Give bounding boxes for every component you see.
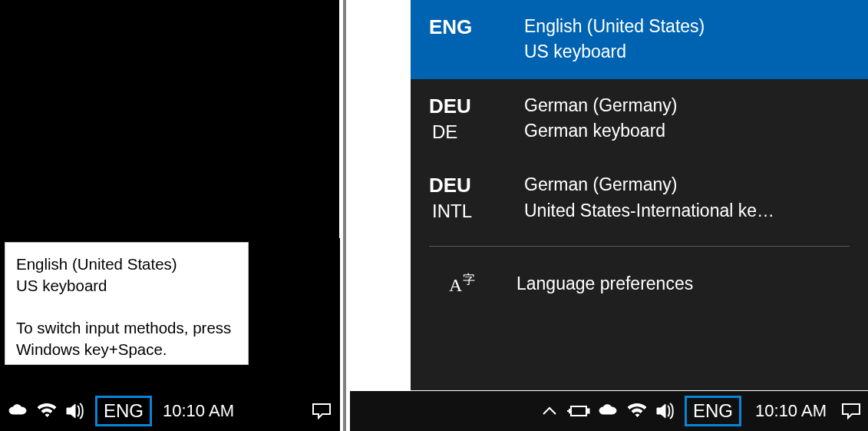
svg-rect-3 (587, 409, 589, 413)
taskbar-clock[interactable]: 10:10 AM (746, 401, 836, 421)
svg-text:A: A (449, 275, 463, 295)
wifi-icon[interactable] (34, 391, 60, 431)
language-text: German (Germany) United States-Internati… (524, 172, 850, 224)
tooltip-line: To switch input methods, press (16, 317, 237, 339)
language-preferences-link[interactable]: A 字 Language preferences (411, 254, 868, 314)
wifi-icon[interactable] (623, 391, 651, 431)
language-text: English (United States) US keyboard (524, 14, 850, 65)
flyout-separator (429, 246, 850, 247)
battery-icon[interactable] (565, 391, 592, 431)
action-center-icon[interactable] (837, 391, 865, 431)
tooltip-line: English (United States) (16, 254, 237, 275)
language-code: ENG (429, 14, 503, 41)
language-indicator[interactable]: ENG (685, 396, 741, 426)
language-indicator-label: ENG (693, 400, 733, 422)
left-panel: English (United States) US keyboard To s… (0, 0, 339, 431)
onedrive-icon[interactable] (594, 391, 622, 431)
language-option-en-us[interactable]: ENG English (United States) US keyboard (411, 0, 868, 79)
language-code: DEU DE (429, 93, 503, 144)
volume-icon[interactable] (63, 391, 89, 431)
language-text: German (Germany) German keyboard (524, 93, 850, 144)
volume-icon[interactable] (652, 391, 680, 431)
stage: English (United States) US keyboard To s… (0, 0, 868, 431)
language-indicator[interactable]: ENG (95, 396, 152, 426)
language-tooltip: English (United States) US keyboard To s… (5, 242, 249, 365)
tray-overflow-icon[interactable] (536, 391, 563, 431)
left-taskbar: ENG 10:10 AM (0, 391, 339, 431)
right-taskbar: ENG 10:10 AM (350, 391, 868, 431)
language-preferences-label: Language preferences (517, 274, 693, 294)
tooltip-line: US keyboard (16, 275, 237, 297)
separator-tick (338, 238, 340, 431)
action-center-icon[interactable] (309, 391, 335, 431)
tooltip-line: Windows key+Space. (16, 339, 237, 360)
language-indicator-label: ENG (104, 400, 144, 422)
language-preferences-icon: A 字 (444, 271, 484, 297)
svg-text:字: 字 (463, 273, 475, 286)
language-flyout: ENG English (United States) US keyboard … (411, 0, 868, 390)
language-option-de-intl[interactable]: DEU INTL German (Germany) United States-… (411, 158, 868, 237)
right-panel: ENG English (United States) US keyboard … (350, 0, 868, 431)
panel-divider (343, 0, 346, 431)
language-code: DEU INTL (429, 172, 503, 224)
taskbar-clock[interactable]: 10:10 AM (158, 401, 239, 421)
language-option-de-de[interactable]: DEU DE German (Germany) German keyboard (411, 79, 868, 158)
onedrive-icon[interactable] (5, 391, 31, 431)
svg-rect-2 (571, 406, 586, 416)
